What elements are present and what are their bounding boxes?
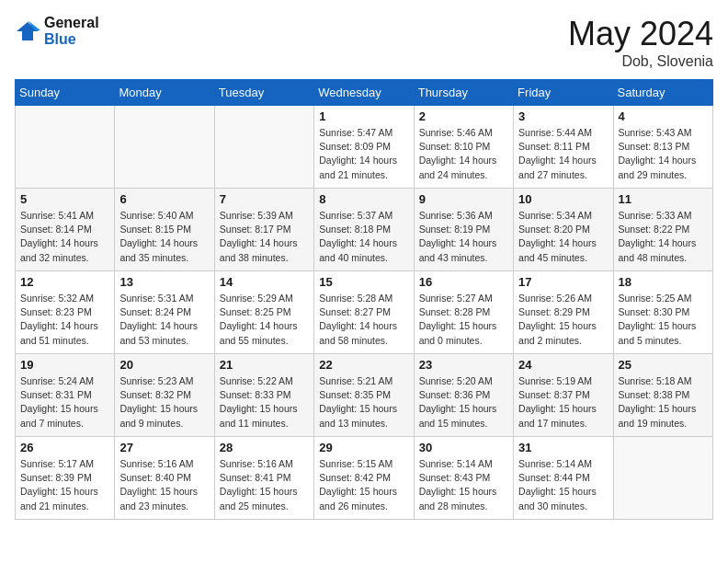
day-info: Sunrise: 5:20 AM Sunset: 8:36 PM Dayligh…: [419, 374, 508, 431]
calendar-cell: 8Sunrise: 5:37 AM Sunset: 8:18 PM Daylig…: [314, 189, 414, 271]
calendar-cell: [115, 106, 214, 189]
day-number: 18: [619, 275, 708, 289]
day-number: 20: [119, 358, 209, 372]
weekday-header-monday: Monday: [115, 80, 214, 106]
calendar-cell: 18Sunrise: 5:25 AM Sunset: 8:30 PM Dayli…: [613, 271, 712, 354]
weekday-header-row: SundayMondayTuesdayWednesdayThursdayFrid…: [16, 80, 713, 106]
calendar-cell: 24Sunrise: 5:19 AM Sunset: 8:37 PM Dayli…: [514, 354, 613, 437]
weekday-header-tuesday: Tuesday: [214, 80, 313, 106]
day-number: 19: [20, 358, 109, 372]
calendar-cell: 29Sunrise: 5:15 AM Sunset: 8:42 PM Dayli…: [314, 437, 414, 520]
day-info: Sunrise: 5:29 AM Sunset: 8:25 PM Dayligh…: [220, 292, 309, 348]
day-number: 10: [518, 192, 608, 206]
calendar-cell: 9Sunrise: 5:36 AM Sunset: 8:19 PM Daylig…: [414, 189, 513, 271]
day-info: Sunrise: 5:28 AM Sunset: 8:27 PM Dayligh…: [319, 292, 408, 348]
calendar-cell: 30Sunrise: 5:14 AM Sunset: 8:43 PM Dayli…: [414, 437, 513, 520]
day-number: 7: [220, 192, 309, 206]
calendar-week-row: 5Sunrise: 5:41 AM Sunset: 8:14 PM Daylig…: [16, 189, 713, 271]
calendar-cell: 10Sunrise: 5:34 AM Sunset: 8:20 PM Dayli…: [514, 189, 613, 271]
calendar-cell: 14Sunrise: 5:29 AM Sunset: 8:25 PM Dayli…: [214, 271, 313, 354]
calendar-cell: 13Sunrise: 5:31 AM Sunset: 8:24 PM Dayli…: [115, 271, 214, 354]
weekday-header-saturday: Saturday: [613, 80, 712, 106]
day-info: Sunrise: 5:41 AM Sunset: 8:14 PM Dayligh…: [20, 209, 109, 265]
day-info: Sunrise: 5:34 AM Sunset: 8:20 PM Dayligh…: [518, 209, 608, 265]
calendar-cell: 21Sunrise: 5:22 AM Sunset: 8:33 PM Dayli…: [214, 354, 313, 437]
day-info: Sunrise: 5:37 AM Sunset: 8:18 PM Dayligh…: [319, 209, 408, 265]
logo-text-line1: General: [44, 15, 99, 31]
calendar-cell: 22Sunrise: 5:21 AM Sunset: 8:35 PM Dayli…: [314, 354, 414, 437]
calendar-cell: 23Sunrise: 5:20 AM Sunset: 8:36 PM Dayli…: [414, 354, 513, 437]
day-info: Sunrise: 5:23 AM Sunset: 8:32 PM Dayligh…: [119, 374, 209, 431]
day-number: 6: [119, 192, 209, 206]
calendar-cell: 2Sunrise: 5:46 AM Sunset: 8:10 PM Daylig…: [414, 106, 513, 189]
day-info: Sunrise: 5:22 AM Sunset: 8:33 PM Dayligh…: [220, 374, 309, 431]
day-info: Sunrise: 5:19 AM Sunset: 8:37 PM Dayligh…: [518, 374, 608, 431]
day-info: Sunrise: 5:17 AM Sunset: 8:39 PM Dayligh…: [20, 457, 109, 513]
day-number: 16: [419, 275, 508, 289]
day-number: 3: [518, 109, 608, 123]
day-number: 29: [319, 441, 408, 454]
logo-icon: [15, 18, 40, 44]
calendar-cell: 11Sunrise: 5:33 AM Sunset: 8:22 PM Dayli…: [613, 189, 712, 271]
location-label: Dob, Slovenia: [568, 53, 713, 70]
calendar-week-row: 26Sunrise: 5:17 AM Sunset: 8:39 PM Dayli…: [16, 437, 713, 520]
day-number: 17: [518, 275, 608, 289]
weekday-header-friday: Friday: [514, 80, 613, 106]
day-info: Sunrise: 5:33 AM Sunset: 8:22 PM Dayligh…: [619, 209, 708, 265]
day-info: Sunrise: 5:40 AM Sunset: 8:15 PM Dayligh…: [119, 209, 209, 265]
weekday-header-sunday: Sunday: [16, 80, 115, 106]
calendar-cell: 6Sunrise: 5:40 AM Sunset: 8:15 PM Daylig…: [115, 189, 214, 271]
day-number: 21: [220, 358, 309, 372]
calendar-cell: 3Sunrise: 5:44 AM Sunset: 8:11 PM Daylig…: [514, 106, 613, 189]
calendar-cell: [613, 437, 712, 520]
calendar-week-row: 1Sunrise: 5:47 AM Sunset: 8:09 PM Daylig…: [16, 106, 713, 189]
page-header: General Blue May 2024 Dob, Slovenia: [15, 15, 713, 70]
day-number: 23: [419, 358, 508, 372]
day-info: Sunrise: 5:36 AM Sunset: 8:19 PM Dayligh…: [419, 209, 508, 265]
day-info: Sunrise: 5:46 AM Sunset: 8:10 PM Dayligh…: [419, 126, 508, 182]
day-number: 27: [119, 441, 209, 454]
day-info: Sunrise: 5:25 AM Sunset: 8:30 PM Dayligh…: [619, 292, 708, 348]
calendar-cell: 20Sunrise: 5:23 AM Sunset: 8:32 PM Dayli…: [115, 354, 214, 437]
day-number: 14: [220, 275, 309, 289]
day-info: Sunrise: 5:21 AM Sunset: 8:35 PM Dayligh…: [319, 374, 408, 431]
calendar-cell: 16Sunrise: 5:27 AM Sunset: 8:28 PM Dayli…: [414, 271, 513, 354]
day-number: 13: [119, 275, 209, 289]
day-info: Sunrise: 5:15 AM Sunset: 8:42 PM Dayligh…: [319, 457, 408, 513]
calendar-week-row: 19Sunrise: 5:24 AM Sunset: 8:31 PM Dayli…: [16, 354, 713, 437]
calendar-cell: 31Sunrise: 5:14 AM Sunset: 8:44 PM Dayli…: [514, 437, 613, 520]
day-number: 11: [619, 192, 708, 206]
day-info: Sunrise: 5:44 AM Sunset: 8:11 PM Dayligh…: [518, 126, 608, 182]
day-info: Sunrise: 5:14 AM Sunset: 8:43 PM Dayligh…: [419, 457, 508, 513]
day-number: 25: [619, 358, 708, 372]
calendar-cell: 17Sunrise: 5:26 AM Sunset: 8:29 PM Dayli…: [514, 271, 613, 354]
calendar-cell: 26Sunrise: 5:17 AM Sunset: 8:39 PM Dayli…: [16, 437, 115, 520]
day-number: 30: [419, 441, 508, 454]
day-number: 26: [20, 441, 109, 454]
day-number: 12: [20, 275, 109, 289]
day-info: Sunrise: 5:24 AM Sunset: 8:31 PM Dayligh…: [20, 374, 109, 431]
calendar-cell: [16, 106, 115, 189]
day-number: 2: [419, 109, 508, 123]
weekday-header-wednesday: Wednesday: [314, 80, 414, 106]
day-info: Sunrise: 5:39 AM Sunset: 8:17 PM Dayligh…: [220, 209, 309, 265]
day-number: 24: [518, 358, 608, 372]
calendar-week-row: 12Sunrise: 5:32 AM Sunset: 8:23 PM Dayli…: [16, 271, 713, 354]
calendar-cell: 15Sunrise: 5:28 AM Sunset: 8:27 PM Dayli…: [314, 271, 414, 354]
day-info: Sunrise: 5:43 AM Sunset: 8:13 PM Dayligh…: [619, 126, 708, 182]
svg-marker-0: [17, 22, 39, 40]
calendar-cell: 1Sunrise: 5:47 AM Sunset: 8:09 PM Daylig…: [314, 106, 414, 189]
calendar-cell: 4Sunrise: 5:43 AM Sunset: 8:13 PM Daylig…: [613, 106, 712, 189]
calendar-cell: 25Sunrise: 5:18 AM Sunset: 8:38 PM Dayli…: [613, 354, 712, 437]
day-info: Sunrise: 5:16 AM Sunset: 8:41 PM Dayligh…: [220, 457, 309, 513]
day-info: Sunrise: 5:26 AM Sunset: 8:29 PM Dayligh…: [518, 292, 608, 348]
day-number: 9: [419, 192, 508, 206]
day-number: 8: [319, 192, 408, 206]
day-number: 15: [319, 275, 408, 289]
day-info: Sunrise: 5:47 AM Sunset: 8:09 PM Dayligh…: [319, 126, 408, 182]
day-info: Sunrise: 5:32 AM Sunset: 8:23 PM Dayligh…: [20, 292, 109, 348]
calendar-cell: 5Sunrise: 5:41 AM Sunset: 8:14 PM Daylig…: [16, 189, 115, 271]
calendar-cell: 27Sunrise: 5:16 AM Sunset: 8:40 PM Dayli…: [115, 437, 214, 520]
calendar-cell: 7Sunrise: 5:39 AM Sunset: 8:17 PM Daylig…: [214, 189, 313, 271]
day-number: 22: [319, 358, 408, 372]
